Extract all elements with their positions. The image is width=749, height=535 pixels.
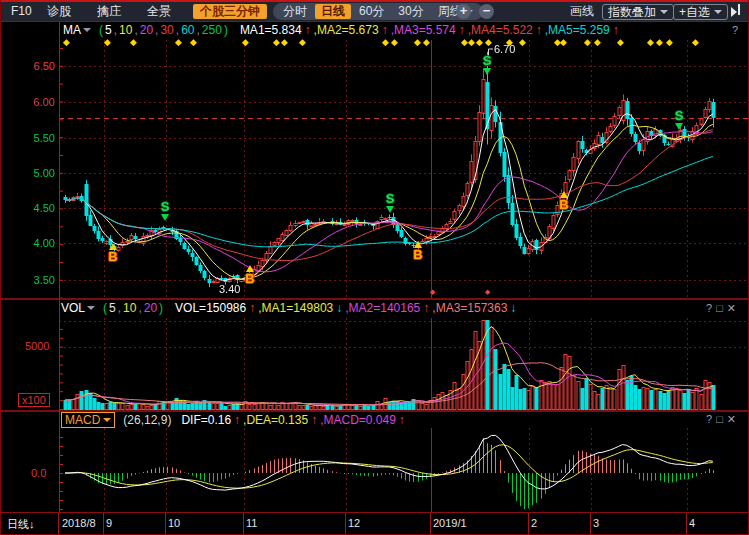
price-axis-line (59, 22, 60, 512)
signal-diamond-icon: ◆ (476, 38, 483, 47)
signal-diamond-icon: ◆ (430, 288, 435, 295)
maximize-icon[interactable]: □ (716, 413, 727, 425)
price-axis-label: 5.50 (3, 132, 55, 144)
close-icon[interactable]: ✕ (727, 302, 740, 314)
indicator-value: ( (103, 301, 107, 315)
indicator-value: ,MA4=5.522 (468, 23, 533, 37)
price-axis-label: 4.00 (3, 237, 55, 249)
indicator-value: , (176, 23, 179, 37)
signal-diamond-icon: ◆ (104, 38, 111, 47)
trend-arrow-icon: ↓ (510, 301, 516, 315)
draw-line-button[interactable]: 画线 (570, 4, 594, 19)
down-arrow-icon: ↓ (29, 518, 35, 530)
macd-chart-canvas[interactable] (59, 428, 749, 512)
signal-diamond-icon: ◆ (594, 38, 601, 47)
tab-timeline[interactable]: 分时 (277, 4, 313, 19)
price-axis-label: 4.50 (3, 202, 55, 214)
indicator-value: 250 (202, 23, 222, 37)
index-overlay-button[interactable]: 指数叠加 (602, 4, 674, 20)
toolbar: F10 诊股 擒庄 全景 个股三分钟 分时 日线 60分 30分 周线 + − … (1, 2, 749, 21)
tab-60min[interactable]: 60分 (353, 4, 390, 19)
date-axis-label: 3 (593, 517, 599, 529)
indicator-value: ,MACD=0.049 (320, 413, 396, 427)
tab-daily[interactable]: 日线 (315, 4, 351, 19)
close-icon[interactable]: ✕ (727, 413, 740, 425)
chevron-down-icon (87, 306, 95, 310)
trend-arrow-icon: ↑ (423, 301, 429, 315)
buy-signal-marker: B (411, 241, 425, 261)
collapse-panel-icon[interactable] (731, 4, 740, 21)
buy-signal-marker: B (557, 191, 571, 211)
volume-axis-label: 5000 (25, 340, 49, 352)
indicator-value: ,MA3=157363 (432, 301, 507, 315)
signal-diamond-icon: ◆ (656, 38, 663, 47)
signal-diamond-icon: ◆ (647, 38, 654, 47)
trend-arrow-icon: ↑ (382, 23, 388, 37)
trend-arrow-icon: ↑ (613, 23, 619, 37)
buy-signal-marker: B (243, 265, 257, 285)
chevron-down-icon (103, 418, 111, 422)
indicator-value: 10 (119, 23, 132, 37)
sell-arrow-icon (161, 214, 169, 221)
toolbar-panorama-button[interactable]: 全景 (147, 4, 171, 19)
indicator-value: ) (159, 301, 163, 315)
indicator-value: 20 (140, 23, 153, 37)
signal-diamond-icon: ◆ (273, 38, 280, 47)
zoom-out-button[interactable]: − (479, 4, 494, 19)
volume-unit-label: x100 (18, 393, 50, 407)
buy-signal-marker: B (106, 243, 120, 263)
signal-diamond-icon: ◆ (423, 38, 430, 47)
help-icon[interactable]: ? (706, 413, 716, 425)
help-icon[interactable]: ? (706, 302, 716, 314)
signal-diamond-icon: ◆ (692, 38, 699, 47)
volume-chart-canvas[interactable] (59, 318, 749, 410)
signal-diamond-icon: ◆ (242, 38, 249, 47)
tab-30min[interactable]: 30分 (392, 4, 429, 19)
indicator-value: , (197, 23, 200, 37)
signal-diamond-icon: ◆ (666, 38, 673, 47)
low-price-label: 3.40 (219, 283, 240, 295)
axis-separator (103, 513, 104, 535)
signal-diamond-icon: ◆ (175, 38, 182, 47)
trend-arrow-icon: ↑ (311, 413, 317, 427)
vol-indicator-dropdown[interactable]: VOL (61, 301, 95, 315)
indicator-value: MA1=5.834 (240, 23, 302, 37)
indicator-value: , (134, 23, 137, 37)
sell-arrow-icon (386, 206, 394, 213)
period-selector[interactable]: 日线↓ (7, 517, 35, 532)
signal-diamond-icon: ◆ (281, 38, 288, 47)
bottom-axis-bar: 日线↓ 2018/891011122019/1234 (1, 513, 749, 535)
indicator-value: 60 (181, 23, 194, 37)
ma-values: MA1=5.834↑,MA2=5.673↑,MA3=5.574↑,MA4=5.5… (240, 23, 622, 37)
indicator-value: 10 (123, 301, 136, 315)
signal-diamond-icon: ◆ (382, 38, 389, 47)
trend-arrow-icon: ↑ (399, 413, 405, 427)
price-axis-label: 3.50 (3, 274, 55, 286)
indicator-value: ) (224, 23, 228, 37)
toolbar-stock-3min-button[interactable]: 个股三分钟 (193, 4, 267, 19)
sell-arrow-icon (483, 68, 491, 75)
toolbar-diagnose-button[interactable]: 诊股 (47, 4, 71, 19)
toolbar-qinzhuang-button[interactable]: 擒庄 (97, 4, 121, 19)
indicator-value: 5 (109, 301, 116, 315)
axis-separator (243, 513, 244, 535)
macd-indicator-dropdown[interactable]: MACD (61, 412, 115, 428)
help-icon[interactable]: ? (732, 24, 738, 36)
trend-arrow-icon: ↑ (536, 23, 542, 37)
indicator-value: ,MA2=140165 (345, 301, 420, 315)
signal-diamond-icon: ◆ (299, 38, 306, 47)
signal-diamond-icon: ◆ (414, 38, 421, 47)
maximize-icon[interactable]: □ (716, 302, 727, 314)
trend-arrow-icon: ↑ (459, 23, 465, 37)
toolbar-f10-button[interactable]: F10 (11, 4, 32, 19)
add-watchlist-button[interactable]: +自选 (673, 4, 728, 20)
main-chart-canvas[interactable] (59, 40, 749, 298)
indicator-value: , (118, 301, 121, 315)
price-axis-label: 6.00 (3, 96, 55, 108)
axis-separator (165, 513, 166, 535)
zoom-in-button[interactable]: + (456, 4, 471, 19)
ma-indicator-dropdown[interactable]: MA (63, 23, 91, 37)
signal-diamond-icon: ◆ (584, 38, 591, 47)
date-axis-label: 10 (168, 517, 180, 529)
sell-signal-marker: S (480, 55, 494, 75)
